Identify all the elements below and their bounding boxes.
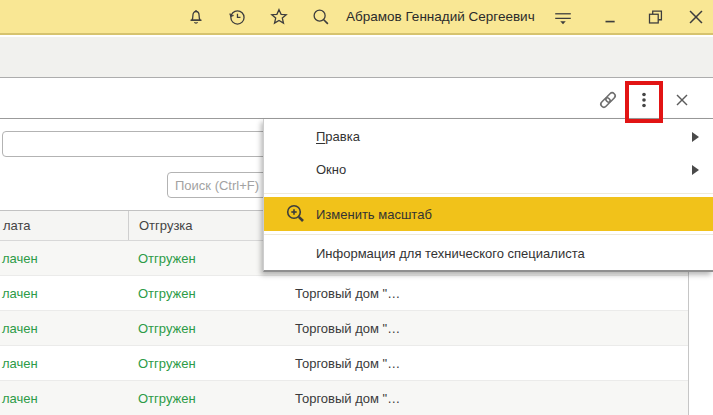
history-icon[interactable] [226, 6, 248, 28]
customer-cell: Торговый дом "… [285, 346, 688, 380]
submenu-arrow-icon [692, 165, 699, 175]
notifications-icon[interactable] [185, 6, 207, 28]
zoom-in-icon [284, 202, 308, 226]
customer-cell: Торговый дом "… [285, 381, 688, 415]
menu-item-tech-info-label: Информация для технического специалиста [316, 246, 585, 261]
search-icon[interactable] [310, 6, 332, 28]
menu-item-edit[interactable]: Правка [264, 120, 713, 153]
column-header-payment[interactable]: лата [0, 211, 128, 240]
payment-status: лачен [0, 346, 128, 380]
menu-item-tech-info[interactable]: Информация для технического специалиста [264, 236, 713, 270]
table-row[interactable]: лачен Отгружен Торговый дом "… [0, 311, 688, 346]
shipment-status: Отгружен [128, 381, 285, 415]
menu-item-edit-label: равка [325, 129, 360, 144]
table-row[interactable]: лачен Отгружен Торговый дом "… [0, 276, 688, 311]
current-user-name[interactable]: Абрамов Геннадий Сергеевич [346, 0, 535, 33]
context-menu: Правка Окно Изменить масштаб Информация … [263, 119, 713, 272]
restore-icon[interactable] [644, 6, 666, 28]
form-header [0, 79, 713, 119]
payment-status: лачен [0, 276, 128, 310]
service-menu-icon[interactable] [552, 6, 574, 28]
kebab-menu-icon[interactable] [632, 88, 656, 112]
menu-separator [264, 234, 713, 235]
customer-cell: Торговый дом "… [285, 276, 688, 310]
title-bar: Абрамов Геннадий Сергеевич [0, 0, 713, 35]
payment-status: лачен [0, 241, 128, 275]
menu-item-window-label: Окно [316, 162, 346, 177]
shipment-status: Отгружен [128, 241, 285, 275]
toolbar-strip [0, 37, 713, 78]
app-window: Абрамов Геннадий Сергеевич [0, 0, 713, 415]
payment-status: лачен [0, 311, 128, 345]
link-icon[interactable] [596, 88, 620, 112]
menu-separator [264, 193, 713, 194]
menu-item-change-zoom[interactable]: Изменить масштаб [264, 197, 713, 231]
submenu-arrow-icon [692, 132, 699, 142]
close-form-icon[interactable] [672, 90, 692, 110]
menu-item-edit-hotkey: П [316, 129, 325, 144]
shipment-status: Отгружен [128, 276, 285, 310]
table-row[interactable]: лачен Отгружен Торговый дом "… [0, 381, 688, 415]
column-header-shipment[interactable]: Отгрузка [128, 211, 285, 240]
shipment-status: Отгружен [128, 346, 285, 380]
customer-cell: Торговый дом "… [285, 311, 688, 345]
minimize-icon[interactable] [600, 6, 622, 28]
payment-status: лачен [0, 381, 128, 415]
favorites-icon[interactable] [268, 6, 290, 28]
shipment-status: Отгружен [128, 311, 285, 345]
menu-item-window[interactable]: Окно [264, 153, 713, 186]
table-row[interactable]: лачен Отгружен Торговый дом "… [0, 346, 688, 381]
close-icon[interactable] [685, 6, 707, 28]
menu-item-change-zoom-label: Изменить масштаб [316, 207, 432, 222]
